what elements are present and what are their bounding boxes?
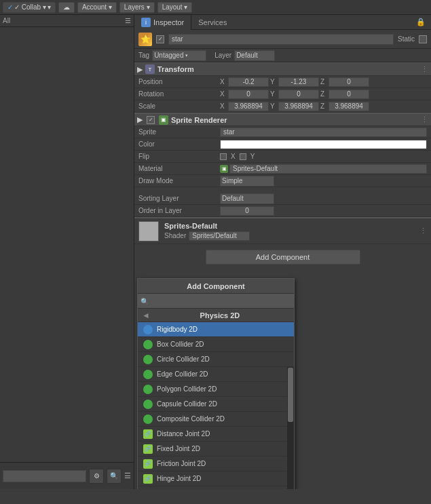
- layers-label: Layers ▾: [124, 3, 150, 11]
- tab-inspector[interactable]: i Inspector: [134, 15, 191, 30]
- sorting-layer-value: Default: [222, 195, 244, 202]
- section-nav: ◄ Physics 2D: [138, 309, 294, 322]
- dropdown-item-10[interactable]: 🔗Hinge Joint 2D: [138, 471, 294, 486]
- pos-y-input[interactable]: [278, 77, 319, 87]
- item-label-6: Composite Collider 2D: [157, 415, 225, 423]
- dropdown-item-8[interactable]: 🔗Fixed Joint 2D: [138, 442, 294, 457]
- rot-x-input[interactable]: [228, 90, 269, 99]
- item-icon-1: [143, 340, 153, 349]
- rot-x-label: X: [220, 90, 227, 98]
- item-icon-7: 🔗: [143, 429, 153, 439]
- position-row: Position X Y Z: [134, 76, 431, 88]
- dropdown-item-9[interactable]: 🔗Friction Joint 2D: [138, 457, 294, 471]
- dropdown-title-bar: Add Component: [138, 279, 294, 294]
- item-label-1: Box Collider 2D: [157, 341, 204, 348]
- draw-mode-label: Draw Mode: [138, 177, 220, 185]
- lock-icon[interactable]: 🔒: [416, 18, 431, 26]
- sprites-expand-button[interactable]: ⋮: [419, 227, 427, 235]
- transform-section-header[interactable]: ▶ T Transform ⋮: [134, 62, 431, 76]
- rot-z-label: Z: [320, 90, 327, 98]
- dropdown-scrollbar[interactable]: [287, 367, 294, 489]
- scale-x-input[interactable]: [228, 102, 269, 111]
- layer-value: Default: [236, 52, 258, 59]
- dropdown-item-0[interactable]: Rigidbody 2D: [138, 322, 294, 337]
- item-icon-6: [143, 414, 153, 424]
- rot-y-input[interactable]: [278, 90, 319, 99]
- dropdown-item-3[interactable]: Edge Collider 2D: [138, 367, 294, 382]
- dropdown-list: Rigidbody 2DBox Collider 2DCircle Collid…: [138, 322, 294, 489]
- search-wrap: 🔍: [138, 294, 294, 309]
- scrollbar-h[interactable]: [3, 470, 86, 482]
- item-icon-9: 🔗: [143, 459, 153, 469]
- tab-services[interactable]: Services: [191, 15, 233, 30]
- item-label-2: Circle Collider 2D: [157, 355, 210, 363]
- add-component-button[interactable]: Add Component: [206, 250, 360, 265]
- collab-button[interactable]: ✓ ✓ Collab ▾ ▾: [3, 2, 56, 13]
- tag-dropdown[interactable]: Untagged ▾: [152, 50, 206, 61]
- dropdown-item-5[interactable]: Capsule Collider 2D: [138, 397, 294, 412]
- draw-mode-value: Simple: [222, 177, 243, 185]
- flip-x-checkbox[interactable]: [220, 153, 227, 160]
- color-picker[interactable]: [220, 140, 427, 149]
- flip-y-checkbox[interactable]: [240, 153, 246, 160]
- account-button[interactable]: Account ▾: [77, 2, 117, 13]
- transform-menu-icon[interactable]: ⋮: [421, 65, 428, 74]
- layout-button[interactable]: Layout ▾: [157, 2, 193, 13]
- add-component-area: Add Component: [134, 244, 431, 270]
- inspector-tab-icon: i: [141, 18, 151, 27]
- scale-y-input[interactable]: [278, 102, 319, 111]
- sorting-layer-row: Sorting Layer Default: [134, 193, 431, 205]
- active-checkbox[interactable]: ✓: [156, 35, 164, 43]
- filter-button[interactable]: 🔍: [107, 469, 121, 484]
- draw-mode-dropdown[interactable]: Simple: [220, 176, 274, 187]
- left-panel-title: All: [3, 17, 10, 24]
- sr-checkbox[interactable]: ✓: [147, 116, 155, 124]
- static-checkbox[interactable]: [419, 35, 427, 43]
- inspector-panel: i Inspector Services 🔒 ⭐ ✓ Static Tag Un…: [134, 15, 431, 489]
- material-input[interactable]: [229, 164, 427, 174]
- layers-button[interactable]: Layers ▾: [119, 2, 155, 13]
- sr-menu-icon[interactable]: ⋮: [421, 115, 428, 124]
- material-label: Material: [138, 165, 220, 172]
- settings-button[interactable]: ⚙: [89, 469, 104, 484]
- scale-label: Scale: [138, 102, 220, 110]
- component-search-input[interactable]: [138, 294, 294, 309]
- sprite-renderer-section-header[interactable]: ▶ ✓ ▣ Sprite Renderer ⋮: [134, 113, 431, 126]
- rotation-label: Rotation: [138, 90, 220, 98]
- dropdown-item-11[interactable]: 🔗Relative Joint 2D: [138, 486, 294, 489]
- flip-y-label: Y: [250, 153, 255, 160]
- component-dropdown: Add Component 🔍 ◄ Physics 2D Rigidbody 2…: [137, 278, 295, 489]
- static-label: Static: [398, 35, 415, 43]
- flip-x-label: X: [231, 153, 236, 160]
- scale-z-input[interactable]: [329, 102, 369, 111]
- pos-x-input[interactable]: [228, 77, 269, 87]
- pos-y-label: Y: [270, 78, 277, 85]
- item-label-5: Capsule Collider 2D: [157, 400, 217, 408]
- position-label: Position: [138, 78, 220, 85]
- tag-layer-row: Tag Untagged ▾ Layer Default: [134, 49, 431, 62]
- shader-input[interactable]: [189, 231, 250, 241]
- left-panel-bottom: ⚙ 🔍 ☰: [0, 462, 134, 489]
- back-button[interactable]: ◄: [142, 311, 150, 320]
- dropdown-item-6[interactable]: Composite Collider 2D: [138, 412, 294, 427]
- top-bar: ✓ ✓ Collab ▾ ▾ ☁ Account ▾ Layers ▾ Layo…: [0, 0, 431, 15]
- cloud-button[interactable]: ☁: [58, 2, 75, 13]
- left-panel-header: All ☰: [0, 15, 134, 27]
- sprite-input[interactable]: [220, 128, 427, 137]
- dropdown-item-7[interactable]: 🔗Distance Joint 2D: [138, 427, 294, 442]
- services-tab-label: Services: [198, 18, 227, 26]
- rot-z-input[interactable]: [329, 90, 369, 99]
- dropdown-item-1[interactable]: Box Collider 2D: [138, 337, 294, 352]
- order-input[interactable]: [220, 206, 274, 216]
- object-name-input[interactable]: [168, 34, 394, 45]
- material-icon: ▣: [220, 165, 228, 173]
- sprite-thumbnail: [138, 221, 159, 241]
- pos-z-input[interactable]: [329, 77, 369, 87]
- item-icon-10: 🔗: [143, 474, 153, 484]
- dropdown-title: Add Component: [187, 282, 245, 290]
- pos-z-label: Z: [320, 78, 327, 85]
- dropdown-item-2[interactable]: Circle Collider 2D: [138, 352, 294, 367]
- layer-dropdown[interactable]: Default: [234, 50, 275, 61]
- sorting-layer-dropdown[interactable]: Default: [220, 193, 274, 204]
- dropdown-item-4[interactable]: Polygon Collider 2D: [138, 382, 294, 397]
